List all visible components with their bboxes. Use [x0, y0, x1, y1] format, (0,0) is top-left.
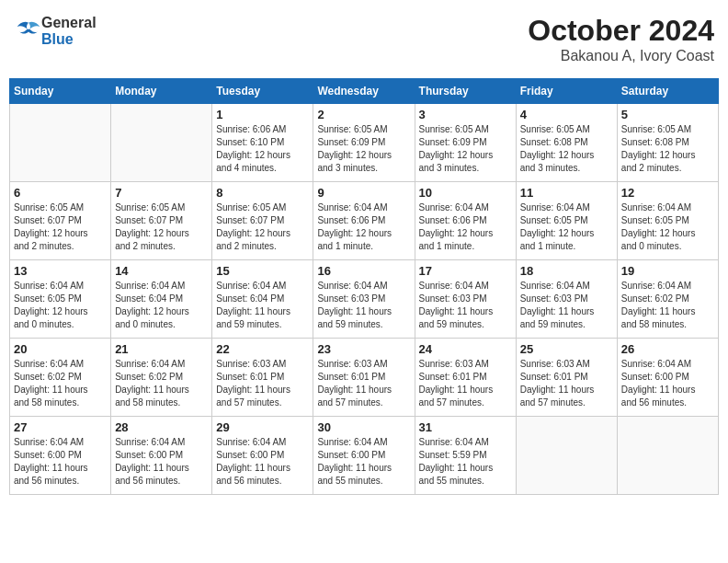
day-of-week-header: Tuesday: [212, 79, 313, 104]
calendar-cell: [516, 417, 617, 495]
day-of-week-header: Friday: [516, 79, 617, 104]
day-number: 19: [621, 264, 714, 278]
calendar-week-row: 6Sunrise: 6:05 AM Sunset: 6:07 PM Daylig…: [10, 182, 719, 260]
day-detail: Sunrise: 6:05 AM Sunset: 6:09 PM Dayligh…: [317, 123, 410, 175]
page-header: General Blue October 2024 Bakanou A, Ivo…: [9, 9, 719, 69]
day-number: 10: [419, 186, 512, 200]
day-detail: Sunrise: 6:04 AM Sunset: 6:05 PM Dayligh…: [621, 201, 714, 253]
day-detail: Sunrise: 6:04 AM Sunset: 6:00 PM Dayligh…: [317, 436, 410, 488]
calendar-cell: 10Sunrise: 6:04 AM Sunset: 6:06 PM Dayli…: [415, 182, 516, 260]
day-detail: Sunrise: 6:04 AM Sunset: 6:06 PM Dayligh…: [419, 201, 512, 253]
month-title: October 2024: [528, 14, 714, 48]
calendar-cell: [617, 417, 718, 495]
day-detail: Sunrise: 6:05 AM Sunset: 6:09 PM Dayligh…: [419, 123, 512, 175]
day-detail: Sunrise: 6:05 AM Sunset: 6:08 PM Dayligh…: [621, 123, 714, 175]
day-detail: Sunrise: 6:03 AM Sunset: 6:01 PM Dayligh…: [216, 358, 309, 409]
day-number: 24: [419, 342, 512, 356]
day-detail: Sunrise: 6:05 AM Sunset: 6:07 PM Dayligh…: [14, 201, 107, 253]
calendar-cell: 12Sunrise: 6:04 AM Sunset: 6:05 PM Dayli…: [617, 182, 718, 260]
calendar-cell: 24Sunrise: 6:03 AM Sunset: 6:01 PM Dayli…: [415, 339, 516, 417]
day-detail: Sunrise: 6:04 AM Sunset: 6:04 PM Dayligh…: [216, 280, 309, 331]
day-number: 9: [317, 186, 410, 200]
calendar-cell: 22Sunrise: 6:03 AM Sunset: 6:01 PM Dayli…: [212, 339, 313, 417]
calendar-cell: 20Sunrise: 6:04 AM Sunset: 6:02 PM Dayli…: [10, 339, 111, 417]
day-detail: Sunrise: 6:03 AM Sunset: 6:01 PM Dayligh…: [520, 358, 613, 409]
day-number: 28: [115, 420, 208, 434]
day-number: 14: [115, 264, 208, 278]
calendar-cell: 25Sunrise: 6:03 AM Sunset: 6:01 PM Dayli…: [516, 339, 617, 417]
day-number: 18: [520, 264, 613, 278]
calendar-header-row: SundayMondayTuesdayWednesdayThursdayFrid…: [10, 79, 719, 104]
day-number: 13: [14, 264, 107, 278]
calendar-week-row: 20Sunrise: 6:04 AM Sunset: 6:02 PM Dayli…: [10, 339, 719, 417]
calendar-cell: 28Sunrise: 6:04 AM Sunset: 6:00 PM Dayli…: [111, 417, 212, 495]
calendar-cell: 29Sunrise: 6:04 AM Sunset: 6:00 PM Dayli…: [212, 417, 313, 495]
day-of-week-header: Monday: [111, 79, 212, 104]
day-detail: Sunrise: 6:04 AM Sunset: 6:04 PM Dayligh…: [115, 280, 208, 331]
day-of-week-header: Thursday: [415, 79, 516, 104]
calendar-cell: 30Sunrise: 6:04 AM Sunset: 6:00 PM Dayli…: [313, 417, 415, 495]
day-number: 21: [115, 342, 208, 356]
calendar-cell: 19Sunrise: 6:04 AM Sunset: 6:02 PM Dayli…: [617, 260, 718, 339]
day-number: 3: [419, 108, 512, 121]
calendar-cell: 5Sunrise: 6:05 AM Sunset: 6:08 PM Daylig…: [617, 104, 718, 182]
day-number: 11: [520, 186, 613, 200]
calendar-cell: [10, 104, 111, 182]
day-detail: Sunrise: 6:05 AM Sunset: 6:07 PM Dayligh…: [115, 201, 208, 253]
calendar-cell: 2Sunrise: 6:05 AM Sunset: 6:09 PM Daylig…: [313, 104, 415, 182]
day-of-week-header: Saturday: [617, 79, 718, 104]
day-number: 31: [419, 420, 512, 434]
day-detail: Sunrise: 6:03 AM Sunset: 6:01 PM Dayligh…: [317, 358, 410, 409]
calendar-cell: 16Sunrise: 6:04 AM Sunset: 6:03 PM Dayli…: [313, 260, 415, 339]
logo-blue-text: Blue: [41, 31, 74, 47]
day-number: 4: [520, 108, 613, 121]
calendar-cell: 11Sunrise: 6:04 AM Sunset: 6:05 PM Dayli…: [516, 182, 617, 260]
day-detail: Sunrise: 6:05 AM Sunset: 6:07 PM Dayligh…: [216, 201, 309, 253]
calendar-table: SundayMondayTuesdayWednesdayThursdayFrid…: [9, 78, 719, 495]
day-number: 27: [14, 420, 107, 434]
day-number: 1: [216, 108, 309, 121]
day-number: 16: [317, 264, 410, 278]
day-detail: Sunrise: 6:05 AM Sunset: 6:08 PM Dayligh…: [520, 123, 613, 175]
day-detail: Sunrise: 6:04 AM Sunset: 6:00 PM Dayligh…: [115, 436, 208, 488]
day-detail: Sunrise: 6:04 AM Sunset: 6:00 PM Dayligh…: [14, 436, 107, 488]
logo-general-text: General: [41, 15, 97, 30]
day-detail: Sunrise: 6:04 AM Sunset: 6:00 PM Dayligh…: [216, 436, 309, 488]
day-detail: Sunrise: 6:04 AM Sunset: 6:03 PM Dayligh…: [520, 280, 613, 331]
calendar-cell: 23Sunrise: 6:03 AM Sunset: 6:01 PM Dayli…: [313, 339, 415, 417]
calendar-cell: 7Sunrise: 6:05 AM Sunset: 6:07 PM Daylig…: [111, 182, 212, 260]
day-number: 30: [317, 420, 410, 434]
day-number: 23: [317, 342, 410, 356]
logo: General Blue: [14, 14, 97, 47]
day-detail: Sunrise: 6:04 AM Sunset: 6:06 PM Dayligh…: [317, 201, 410, 253]
calendar-week-row: 1Sunrise: 6:06 AM Sunset: 6:10 PM Daylig…: [10, 104, 719, 182]
day-detail: Sunrise: 6:04 AM Sunset: 6:05 PM Dayligh…: [520, 201, 613, 253]
day-detail: Sunrise: 6:03 AM Sunset: 6:01 PM Dayligh…: [419, 358, 512, 409]
day-of-week-header: Sunday: [10, 79, 111, 104]
calendar-cell: 27Sunrise: 6:04 AM Sunset: 6:00 PM Dayli…: [10, 417, 111, 495]
calendar-cell: 1Sunrise: 6:06 AM Sunset: 6:10 PM Daylig…: [212, 104, 313, 182]
calendar-cell: 9Sunrise: 6:04 AM Sunset: 6:06 PM Daylig…: [313, 182, 415, 260]
calendar-week-row: 13Sunrise: 6:04 AM Sunset: 6:05 PM Dayli…: [10, 260, 719, 339]
day-number: 22: [216, 342, 309, 356]
day-number: 25: [520, 342, 613, 356]
day-number: 6: [14, 186, 107, 200]
day-detail: Sunrise: 6:04 AM Sunset: 6:02 PM Dayligh…: [14, 358, 107, 409]
day-number: 2: [317, 108, 410, 121]
day-number: 20: [14, 342, 107, 356]
day-number: 8: [216, 186, 309, 200]
calendar-cell: 6Sunrise: 6:05 AM Sunset: 6:07 PM Daylig…: [10, 182, 111, 260]
calendar-cell: 3Sunrise: 6:05 AM Sunset: 6:09 PM Daylig…: [415, 104, 516, 182]
calendar-cell: 8Sunrise: 6:05 AM Sunset: 6:07 PM Daylig…: [212, 182, 313, 260]
day-number: 26: [621, 342, 714, 356]
calendar-cell: 31Sunrise: 6:04 AM Sunset: 5:59 PM Dayli…: [415, 417, 516, 495]
calendar-cell: 17Sunrise: 6:04 AM Sunset: 6:03 PM Dayli…: [415, 260, 516, 339]
day-detail: Sunrise: 6:04 AM Sunset: 6:03 PM Dayligh…: [317, 280, 410, 331]
calendar-cell: 18Sunrise: 6:04 AM Sunset: 6:03 PM Dayli…: [516, 260, 617, 339]
calendar-cell: 26Sunrise: 6:04 AM Sunset: 6:00 PM Dayli…: [617, 339, 718, 417]
day-number: 17: [419, 264, 512, 278]
calendar-cell: 15Sunrise: 6:04 AM Sunset: 6:04 PM Dayli…: [212, 260, 313, 339]
day-detail: Sunrise: 6:04 AM Sunset: 5:59 PM Dayligh…: [419, 436, 512, 488]
calendar-cell: 13Sunrise: 6:04 AM Sunset: 6:05 PM Dayli…: [10, 260, 111, 339]
day-number: 12: [621, 186, 714, 200]
